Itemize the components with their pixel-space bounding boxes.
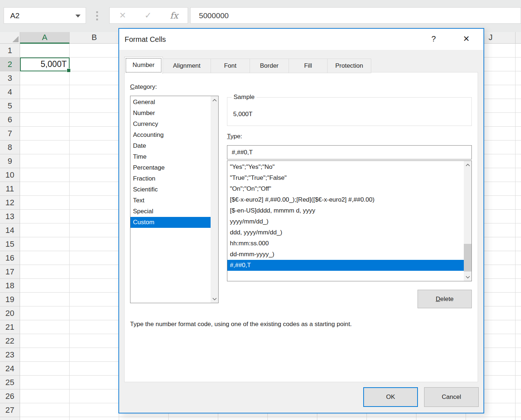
- format-code-item[interactable]: #,##0,T: [227, 260, 464, 271]
- category-item-general[interactable]: General: [130, 97, 211, 108]
- row-header-12[interactable]: 12: [0, 196, 20, 210]
- row-header-9[interactable]: 9: [0, 154, 20, 168]
- row-header-4[interactable]: 4: [0, 85, 20, 99]
- category-item-time[interactable]: Time: [130, 151, 211, 162]
- format-cells-dialog: Format Cells ? ✕ NumberAlignmentFontBord…: [118, 28, 484, 413]
- cancel-entry-icon[interactable]: ✕: [119, 11, 126, 20]
- tab-label: Font: [211, 59, 250, 73]
- row-header-5[interactable]: 5: [0, 99, 20, 113]
- close-icon[interactable]: ✕: [459, 29, 474, 49]
- column-header-a[interactable]: A: [20, 32, 70, 44]
- fill-handle[interactable]: [67, 68, 71, 72]
- dialog-title: Format Cells: [125, 29, 166, 50]
- help-icon[interactable]: ?: [427, 29, 440, 49]
- formula-bar-input[interactable]: 5000000: [190, 7, 521, 24]
- name-box[interactable]: A2: [4, 7, 86, 24]
- cancel-button[interactable]: Cancel: [424, 387, 479, 407]
- format-code-item[interactable]: yyyy/mm/dd_): [227, 216, 464, 227]
- tab-protection[interactable]: Protection: [327, 59, 371, 73]
- codes-scrollbar[interactable]: [464, 161, 471, 281]
- category-item-number[interactable]: Number: [130, 108, 211, 119]
- row-header-6[interactable]: 6: [0, 113, 20, 127]
- formula-bar-separator-icon: [96, 11, 98, 20]
- formula-buttons: ✕ ✓ fx: [109, 7, 188, 24]
- row-header-13[interactable]: 13: [0, 210, 20, 223]
- selected-cell-a2[interactable]: 5,000T: [20, 58, 70, 71]
- format-code-item[interactable]: [$€-x-euro2] #,##0.00_);[Red]([$€-x-euro…: [227, 194, 464, 205]
- row-header-15[interactable]: 15: [0, 237, 20, 251]
- tab-label: Protection: [328, 59, 371, 73]
- dialog-description: Type the number format code, using one o…: [130, 321, 462, 328]
- column-header-partial[interactable]: [516, 32, 521, 44]
- row-header-17[interactable]: 17: [0, 265, 20, 279]
- row-header-16[interactable]: 16: [0, 251, 20, 265]
- format-codes-listbox[interactable]: "Yes";"Yes";"No""True";"True";"False""On…: [227, 161, 472, 281]
- category-label: Category:: [130, 83, 157, 91]
- name-box-dropdown-icon[interactable]: [75, 15, 81, 17]
- category-item-currency[interactable]: Currency: [130, 119, 211, 130]
- scroll-up-icon[interactable]: [211, 97, 218, 103]
- row-header-8[interactable]: 8: [0, 140, 20, 154]
- selected-cell-value: 5,000T: [40, 58, 67, 70]
- category-item-text[interactable]: Text: [130, 195, 211, 206]
- tab-font[interactable]: Font: [211, 59, 250, 73]
- sample-groupbox: Sample 5,000T: [227, 97, 472, 126]
- row-header-partial[interactable]: [0, 417, 20, 420]
- formula-value: 5000000: [199, 8, 229, 23]
- formula-bar-strip: A2 ✕ ✓ fx 5000000: [0, 0, 521, 32]
- type-input[interactable]: [227, 145, 472, 159]
- row-header-7[interactable]: 7: [0, 127, 20, 140]
- category-item-special[interactable]: Special: [130, 206, 211, 217]
- row-header-24[interactable]: 24: [0, 362, 20, 376]
- format-code-item[interactable]: "True";"True";"False": [227, 173, 464, 183]
- row-header-23[interactable]: 23: [0, 348, 20, 362]
- row-header-19[interactable]: 19: [0, 293, 20, 306]
- category-item-fraction[interactable]: Fraction: [130, 173, 211, 184]
- select-all-corner[interactable]: [0, 32, 20, 44]
- category-item-date[interactable]: Date: [130, 140, 211, 151]
- category-item-percentage[interactable]: Percentage: [130, 162, 211, 173]
- format-code-item[interactable]: "Yes";"Yes";"No": [227, 162, 464, 173]
- tab-label: Alignment: [163, 59, 211, 73]
- number-tab-panel: Category: GeneralNumberCurrencyAccountin…: [124, 72, 478, 382]
- column-header-b[interactable]: B: [70, 32, 119, 44]
- category-item-custom[interactable]: Custom: [130, 217, 211, 228]
- category-item-accounting[interactable]: Accounting: [130, 130, 211, 140]
- row-header-25[interactable]: 25: [0, 376, 20, 389]
- row-header-21[interactable]: 21: [0, 320, 20, 334]
- tab-number[interactable]: Number: [124, 57, 163, 74]
- row-header-10[interactable]: 10: [0, 168, 20, 182]
- tab-alignment[interactable]: Alignment: [162, 59, 211, 73]
- sample-value: 5,000T: [233, 111, 252, 118]
- category-item-scientific[interactable]: Scientific: [130, 184, 211, 195]
- format-code-item[interactable]: [$-en-US]dddd, mmmm d, yyyy: [227, 205, 464, 216]
- row-header-14[interactable]: 14: [0, 223, 20, 237]
- category-listbox[interactable]: GeneralNumberCurrencyAccountingDateTimeP…: [130, 96, 219, 303]
- enter-entry-icon[interactable]: ✓: [145, 11, 152, 20]
- scroll-down-icon[interactable]: [464, 274, 471, 280]
- format-code-item[interactable]: ddd, yyyy/mm/dd_): [227, 227, 464, 238]
- insert-function-icon[interactable]: fx: [170, 11, 178, 21]
- select-all-triangle-icon: [12, 36, 19, 42]
- tab-fill[interactable]: Fill: [289, 59, 328, 73]
- row-header-11[interactable]: 11: [0, 182, 20, 196]
- row-header-18[interactable]: 18: [0, 279, 20, 293]
- category-scrollbar[interactable]: [211, 96, 218, 303]
- dialog-title-bar[interactable]: Format Cells ? ✕: [119, 29, 483, 50]
- scroll-down-icon[interactable]: [211, 296, 218, 302]
- tab-border[interactable]: Border: [250, 59, 289, 73]
- scrollbar-thumb[interactable]: [464, 244, 471, 272]
- format-code-item[interactable]: hh:mm:ss.000: [227, 238, 464, 249]
- row-header-3[interactable]: 3: [0, 71, 20, 85]
- row-header-1[interactable]: 1: [0, 44, 20, 58]
- row-header-27[interactable]: 27: [0, 403, 20, 417]
- format-code-item[interactable]: "On";"On";"Off": [227, 183, 464, 194]
- ok-button[interactable]: OK: [363, 387, 418, 407]
- delete-button[interactable]: Delete: [418, 290, 472, 308]
- row-header-26[interactable]: 26: [0, 389, 20, 403]
- scroll-up-icon[interactable]: [464, 162, 471, 168]
- format-code-item[interactable]: dd-mmm-yyyy_): [227, 249, 464, 260]
- row-header-20[interactable]: 20: [0, 306, 20, 320]
- row-header-2[interactable]: 2: [0, 58, 20, 71]
- row-header-22[interactable]: 22: [0, 334, 20, 348]
